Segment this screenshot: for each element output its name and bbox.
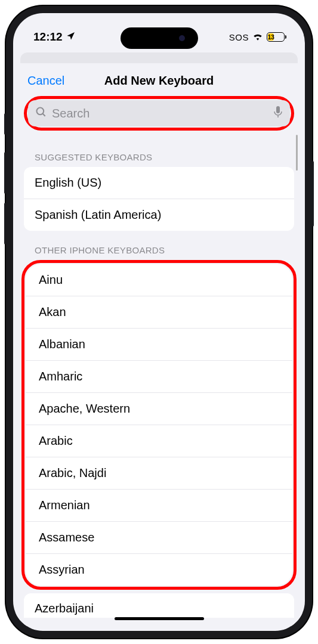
silent-switch bbox=[4, 113, 7, 135]
search-icon bbox=[35, 106, 47, 120]
list-item[interactable]: Spanish (Latin America) bbox=[24, 199, 294, 231]
cancel-button[interactable]: Cancel bbox=[27, 74, 64, 88]
list-item[interactable]: Armenian bbox=[26, 490, 292, 522]
list-item[interactable]: Albanian bbox=[26, 329, 292, 361]
sheet-background-card bbox=[20, 52, 298, 63]
suggested-header: SUGGESTED KEYBOARDS bbox=[16, 138, 302, 167]
suggested-keyboards-list: English (US) Spanish (Latin America) bbox=[24, 167, 294, 231]
svg-line-1 bbox=[43, 114, 45, 116]
location-icon bbox=[66, 30, 76, 44]
list-item[interactable]: Amharic bbox=[26, 361, 292, 393]
nav-bar: Cancel Add New Keyboard bbox=[16, 63, 302, 96]
volume-up-button bbox=[4, 152, 7, 194]
svg-rect-2 bbox=[276, 106, 280, 113]
mic-icon[interactable] bbox=[273, 106, 283, 120]
search-field[interactable] bbox=[28, 100, 290, 126]
battery-level: 13 bbox=[268, 33, 274, 41]
other-header: OTHER IPHONE KEYBOARDS bbox=[16, 231, 302, 260]
power-button bbox=[311, 161, 314, 227]
other-keyboards-list: Ainu Akan Albanian Amharic Apache, Weste… bbox=[26, 264, 292, 586]
add-keyboard-sheet: Cancel Add New Keyboard SUGG bbox=[16, 63, 302, 626]
page-title: Add New Keyboard bbox=[104, 74, 214, 88]
volume-down-button bbox=[4, 203, 7, 244]
battery-icon: 13 bbox=[267, 32, 285, 42]
search-highlight bbox=[24, 96, 294, 131]
list-item[interactable]: Arabic bbox=[26, 425, 292, 457]
list-item[interactable]: English (US) bbox=[24, 167, 294, 199]
list-item[interactable]: Apache, Western bbox=[26, 393, 292, 425]
list-item[interactable]: Assyrian bbox=[26, 554, 292, 586]
sos-text: SOS bbox=[229, 32, 249, 42]
home-indicator[interactable] bbox=[115, 617, 204, 620]
scroll-indicator bbox=[296, 135, 298, 171]
wifi-icon bbox=[252, 32, 263, 42]
list-item[interactable]: Azerbaijani bbox=[24, 593, 294, 618]
svg-point-0 bbox=[37, 108, 44, 115]
list-item[interactable]: Assamese bbox=[26, 522, 292, 554]
status-time: 12:12 bbox=[33, 30, 63, 44]
other-keyboards-highlight: Ainu Akan Albanian Amharic Apache, Weste… bbox=[21, 260, 297, 590]
search-input[interactable] bbox=[52, 107, 268, 120]
screen: 12:12 SOS 13 Cancel Add New Keyboard bbox=[13, 13, 305, 631]
list-item[interactable]: Ainu bbox=[26, 264, 292, 296]
list-item[interactable]: Arabic, Najdi bbox=[26, 457, 292, 490]
dynamic-island bbox=[121, 27, 198, 49]
phone-frame: 12:12 SOS 13 Cancel Add New Keyboard bbox=[6, 6, 312, 638]
list-item[interactable]: Akan bbox=[26, 296, 292, 329]
search-container bbox=[16, 96, 302, 138]
